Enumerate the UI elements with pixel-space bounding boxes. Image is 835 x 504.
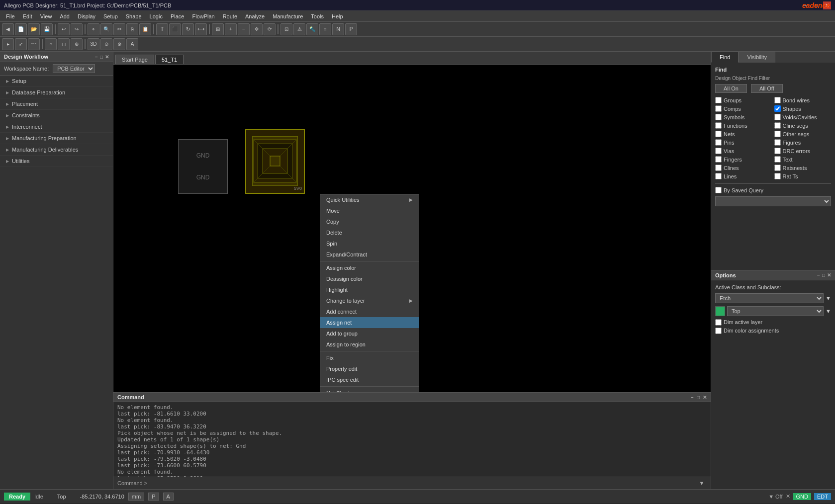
tb-property[interactable]: P — [345, 23, 357, 35]
checkbox-clines[interactable] — [715, 165, 722, 171]
checkbox-shapes[interactable] — [774, 105, 781, 112]
checkbox-vias[interactable] — [715, 148, 722, 154]
ctx-net-short[interactable]: Net Short — [320, 388, 419, 392]
tb2-fab[interactable]: ⊗ — [113, 38, 125, 50]
checkbox-groups[interactable] — [715, 97, 722, 103]
tb-paste[interactable]: 📋 — [139, 23, 151, 35]
checkbox-rat-ts[interactable] — [774, 173, 781, 179]
command-close[interactable]: ✕ — [703, 395, 707, 400]
tb-redo[interactable]: ↪ — [71, 23, 83, 35]
workflow-item-mfg-prep[interactable]: ▶ Manufacturing Preparation — [0, 133, 113, 144]
workflow-item-setup[interactable]: ▶ Setup — [0, 76, 113, 87]
menu-setup[interactable]: Setup — [99, 12, 122, 20]
tb-undo[interactable]: ↩ — [58, 23, 70, 35]
menu-shape[interactable]: Shape — [122, 12, 146, 20]
ctx-expand-contract[interactable]: Expand/Contract — [320, 249, 419, 260]
ctx-ipc-spec-edit[interactable]: IPC spec edit — [320, 374, 419, 385]
checkbox-symbols[interactable] — [715, 114, 722, 120]
tb2-route[interactable]: 〰 — [28, 38, 40, 50]
tb2-cam[interactable]: ⊙ — [100, 38, 112, 50]
tb2-via[interactable]: ○ — [45, 38, 57, 50]
dim-color-assignments-check[interactable] — [715, 328, 722, 334]
status-unit[interactable]: mm — [128, 493, 144, 501]
menu-edit[interactable]: Edit — [19, 12, 36, 20]
tb-refresh[interactable]: ⟳ — [264, 23, 276, 35]
tb-save[interactable]: 💾 — [41, 23, 53, 35]
tb-cut[interactable]: ✂ — [113, 23, 125, 35]
tb-layers[interactable]: ≡ — [319, 23, 331, 35]
workspace-dropdown[interactable]: PCB Editor — [53, 64, 95, 73]
tb-zoom-in2[interactable]: + — [225, 23, 237, 35]
color-swatch[interactable] — [715, 306, 725, 316]
command-restore[interactable]: □ — [697, 395, 700, 400]
ctx-add-to-group[interactable]: Add to group — [320, 328, 419, 339]
ctx-assign-region[interactable]: Assign to region — [320, 339, 419, 350]
workflow-item-mfg-del[interactable]: ▶ Manufacturing Deliverables — [0, 144, 113, 156]
tb-zoom-pan[interactable]: ✥ — [251, 23, 263, 35]
command-input[interactable] — [149, 480, 697, 487]
ctx-delete[interactable]: Delete — [320, 227, 419, 238]
tb2-move[interactable]: ⤢ — [15, 38, 27, 50]
tb-rotate[interactable]: ↻ — [182, 23, 194, 35]
menu-file[interactable]: File — [2, 12, 19, 20]
tb-ratsnest[interactable]: ⊡ — [280, 23, 292, 35]
ctx-deassign-color[interactable]: Deassign color — [320, 273, 419, 284]
tab-51-t1[interactable]: 51_T1 — [155, 55, 184, 64]
workflow-item-constraints[interactable]: ▶ Constraints — [0, 110, 113, 121]
tb-file-new[interactable]: 📄 — [15, 23, 27, 35]
close-filter-icon[interactable]: ✕ — [786, 493, 790, 500]
checkbox-comps[interactable] — [715, 105, 722, 112]
workflow-item-interconnect[interactable]: ▶ Interconnect — [0, 121, 113, 133]
ctx-spin[interactable]: Spin — [320, 238, 419, 249]
status-a-button[interactable]: A — [163, 493, 174, 501]
checkbox-fingers[interactable] — [715, 156, 722, 163]
ctx-change-layer[interactable]: Change to layer ▶ — [320, 295, 419, 306]
menu-logic[interactable]: Logic — [146, 12, 167, 20]
command-minimize[interactable]: − — [691, 395, 694, 400]
ctx-highlight[interactable]: Highlight — [320, 284, 419, 295]
checkbox-figures[interactable] — [774, 139, 781, 146]
tb-flip[interactable]: ⟷ — [195, 23, 207, 35]
ctx-property-edit[interactable]: Property edit — [320, 363, 419, 374]
tb-zoom-out[interactable]: − — [238, 23, 250, 35]
tb-file-open[interactable]: 📂 — [28, 23, 40, 35]
ctx-assign-color[interactable]: Assign color — [320, 262, 419, 273]
tb2-pin[interactable]: ⊕ — [71, 38, 83, 50]
menu-display[interactable]: Display — [74, 12, 99, 20]
tb-pointer[interactable]: ⌖ — [88, 23, 99, 35]
tab-start-page[interactable]: Start Page — [115, 55, 154, 64]
menu-add[interactable]: Add — [56, 12, 74, 20]
tb2-shape[interactable]: ◻ — [58, 38, 70, 50]
tb-arrow-back[interactable]: ◀ — [2, 23, 14, 35]
tb-zoom-in[interactable]: 🔍 — [100, 23, 112, 35]
menu-route[interactable]: Route — [219, 12, 241, 20]
checkbox-lines[interactable] — [715, 173, 722, 179]
menu-help[interactable]: Help — [328, 12, 347, 20]
tb2-assign[interactable]: A — [126, 38, 138, 50]
command-dropdown[interactable]: ▼ — [697, 478, 707, 488]
menu-place[interactable]: Place — [167, 12, 188, 20]
ctx-fix[interactable]: Fix — [320, 352, 419, 363]
checkbox-ratsnests[interactable] — [774, 165, 781, 171]
checkbox-pins[interactable] — [715, 139, 722, 146]
workflow-close[interactable]: ✕ — [105, 54, 109, 60]
menu-manufacture[interactable]: Manufacture — [269, 12, 307, 20]
tb-highlight[interactable]: 🔦 — [306, 23, 318, 35]
tb-drc[interactable]: ⚠ — [293, 23, 305, 35]
tb-net[interactable]: N — [332, 23, 344, 35]
checkbox-by-saved-query[interactable] — [715, 187, 722, 193]
workflow-minimize[interactable]: − — [95, 54, 98, 60]
workflow-restore[interactable]: □ — [100, 54, 103, 60]
status-p-button[interactable]: P — [148, 493, 159, 501]
options-restore[interactable]: □ — [822, 272, 825, 278]
tab-visibility[interactable]: Visibility — [739, 52, 775, 63]
checkbox-functions[interactable] — [715, 122, 722, 129]
ctx-add-connect[interactable]: Add connect — [320, 306, 419, 317]
filter-off-label[interactable]: ▼ Off — [768, 494, 782, 500]
checkbox-text[interactable] — [774, 156, 781, 163]
tab-find[interactable]: Find — [711, 52, 739, 63]
checkbox-cline-segs[interactable] — [774, 122, 781, 129]
tb-text[interactable]: T — [156, 23, 168, 35]
ctx-quick-utilities[interactable]: Quick Utilities ▶ — [320, 194, 419, 205]
tb-symbol[interactable]: ⬛ — [169, 23, 181, 35]
